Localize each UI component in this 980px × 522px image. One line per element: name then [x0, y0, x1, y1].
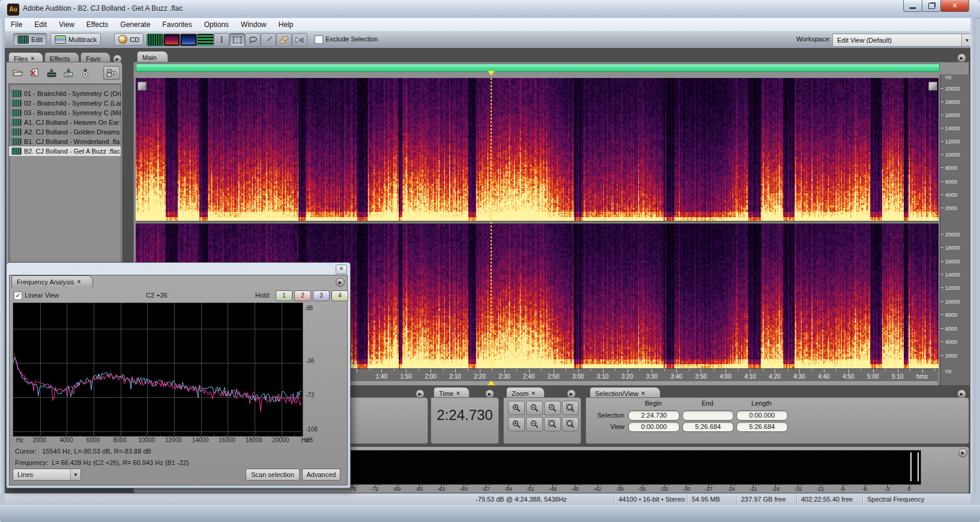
- zoom-in-vertical[interactable]: [508, 417, 525, 431]
- restore-button[interactable]: [922, 0, 941, 12]
- file-item[interactable]: 03 - Brainchild - Symmetry C (Mik: [9, 108, 121, 118]
- multitrack-view-button[interactable]: Multitrack: [50, 33, 101, 46]
- horizontal-navigation-bar[interactable]: [136, 64, 940, 72]
- tab-close-icon[interactable]: ×: [456, 390, 460, 397]
- spectral-phase-view-button[interactable]: [197, 34, 214, 46]
- menu-window[interactable]: Window: [235, 18, 273, 31]
- selection-length-field[interactable]: 0:00.000: [736, 410, 788, 421]
- file-item[interactable]: A2. CJ Bolland - Golden Dreams: [9, 127, 121, 137]
- file-item[interactable]: 01 - Brainchild - Symmetry C (Orig: [9, 89, 121, 98]
- zoom-selection-right-edge[interactable]: [562, 417, 579, 431]
- zoom-out-full[interactable]: [544, 401, 561, 415]
- transport-panel-menu-button[interactable]: ▶: [416, 389, 425, 398]
- advanced-button[interactable]: Advanced: [302, 469, 340, 481]
- x-axis-label: 6000: [86, 437, 100, 443]
- exclude-selection-checkbox[interactable]: [315, 35, 323, 44]
- menu-help[interactable]: Help: [273, 18, 300, 31]
- meter-scale-label: -66: [415, 486, 423, 492]
- effects-paintbrush-tool[interactable]: [261, 33, 276, 47]
- insert-into-cd-icon[interactable]: [78, 66, 92, 79]
- lasso-icon: [249, 36, 258, 44]
- minimize-button[interactable]: [903, 0, 922, 12]
- import-file-icon[interactable]: [44, 66, 59, 79]
- frequency-analysis-canvas[interactable]: [13, 303, 301, 435]
- meter-panel-menu-button[interactable]: ▶: [958, 448, 967, 457]
- timeline-label: 5:00: [867, 373, 879, 380]
- lasso-selection-tool[interactable]: [245, 33, 261, 47]
- playhead-marker-top[interactable]: [488, 71, 495, 76]
- time-display[interactable]: 2:24.730: [431, 407, 499, 424]
- file-item[interactable]: 02 - Brainchild - Symmetry C (Lan: [9, 98, 121, 108]
- spectral-pan-view-button[interactable]: [180, 34, 197, 46]
- workspace-dropdown[interactable]: Edit View (Default) ▼: [832, 34, 973, 47]
- time-selection-tool[interactable]: I: [214, 33, 229, 47]
- tab-main[interactable]: Main: [137, 51, 168, 63]
- frequency-analysis-plot[interactable]: [13, 302, 303, 437]
- tab-close-icon[interactable]: ×: [641, 390, 645, 397]
- menu-effects[interactable]: Effects: [80, 18, 114, 31]
- menu-edit[interactable]: Edit: [28, 18, 53, 31]
- x-axis-label: 10000: [138, 437, 155, 443]
- frequency-analysis-menu-button[interactable]: ▶: [336, 278, 345, 287]
- tab-close-icon[interactable]: ×: [31, 55, 34, 62]
- main-panel-menu-button[interactable]: ▶: [957, 53, 966, 62]
- hold-button-1[interactable]: 1: [276, 290, 292, 301]
- zoom-out-vertical[interactable]: [526, 417, 543, 431]
- view-length-field[interactable]: 5:26.684: [736, 422, 788, 432]
- menu-view[interactable]: View: [53, 18, 80, 31]
- edit-view-button[interactable]: Edit: [13, 33, 47, 46]
- frequency-ruler[interactable]: Hz20000180001600014000120001000080006000…: [940, 74, 970, 385]
- frequency-analysis-window[interactable]: ✕ Frequency Analysis× ▶ ✓ Linear View C2…: [6, 262, 351, 488]
- zoom-selection-left-edge[interactable]: [544, 417, 561, 431]
- timeline-unit-label: hms: [916, 373, 928, 380]
- vertical-zoom-handle-right[interactable]: [928, 82, 937, 91]
- hold-button-4[interactable]: 4: [331, 290, 348, 301]
- playhead-cursor[interactable]: [491, 78, 492, 368]
- window-frame-right: [970, 18, 975, 493]
- cd-view-button[interactable]: CD: [114, 33, 144, 46]
- selection-begin-field[interactable]: 2:24.730: [628, 410, 680, 421]
- hold-button-3[interactable]: 3: [313, 290, 330, 301]
- open-file-icon[interactable]: [11, 66, 25, 79]
- insert-into-multitrack-icon[interactable]: [61, 66, 76, 79]
- file-item[interactable]: B2. CJ Bolland - Get A Buzz .flac: [9, 146, 121, 156]
- file-item[interactable]: B1. CJ Bolland - Wonderland .fla: [9, 137, 121, 146]
- selection-end-field[interactable]: [682, 410, 734, 421]
- file-item-label: B1. CJ Bolland - Wonderland .fla: [24, 138, 119, 145]
- spectral-frequency-view-button[interactable]: [163, 34, 180, 46]
- close-button[interactable]: ✕: [940, 0, 969, 12]
- menu-options[interactable]: Options: [198, 18, 235, 31]
- scan-selection-button[interactable]: Scan selection: [246, 469, 300, 481]
- meter-scale-label: -3: [885, 486, 889, 492]
- zoom-to-selection[interactable]: [562, 401, 579, 415]
- frequency-readout: Frequency: L= 66.428 Hz (C2 +26), R= 60.…: [15, 459, 189, 466]
- file-item[interactable]: A1. CJ Bolland - Heaven On Ear: [9, 118, 121, 127]
- zoom-out-horizontal[interactable]: [526, 401, 543, 415]
- waveform-view-button[interactable]: [147, 34, 163, 46]
- menu-favorites[interactable]: Favorites: [156, 18, 198, 31]
- view-end-field[interactable]: 5:26.684: [682, 422, 734, 432]
- frequency-analysis-close-button[interactable]: ✕: [336, 265, 347, 274]
- view-begin-field[interactable]: 0:00.000: [628, 422, 680, 432]
- file-item-label: B2. CJ Bolland - Get A Buzz .flac: [24, 148, 120, 155]
- spot-healing-brush-tool[interactable]: [276, 33, 292, 47]
- marquee-selection-tool[interactable]: [229, 33, 245, 47]
- zoom-in-horizontal[interactable]: [508, 401, 525, 415]
- display-mode-dropdown[interactable]: Lines ▼: [13, 469, 81, 481]
- vertical-zoom-handle-left[interactable]: [138, 82, 147, 91]
- show-options-toggle[interactable]: [103, 66, 120, 80]
- linear-view-checkbox[interactable]: ✓: [14, 292, 22, 300]
- title-bar[interactable]: Au Adobe Audition - B2. CJ Bolland - Get…: [0, 0, 980, 19]
- meter-scale-label: -57: [482, 486, 490, 492]
- hold-button-2[interactable]: 2: [294, 290, 311, 301]
- tab-close-icon[interactable]: ×: [77, 278, 80, 285]
- restore-icon: [928, 3, 935, 9]
- scrub-tool[interactable]: [292, 33, 307, 47]
- tab-frequency-analysis[interactable]: Frequency Analysis×: [11, 275, 93, 287]
- close-file-icon[interactable]: [28, 66, 42, 79]
- menu-file[interactable]: File: [5, 18, 28, 31]
- playhead-marker-bottom[interactable]: [488, 380, 495, 385]
- application-window: Au Adobe Audition - B2. CJ Bolland - Get…: [0, 0, 980, 522]
- tab-close-icon[interactable]: ×: [531, 390, 535, 397]
- menu-generate[interactable]: Generate: [114, 18, 156, 31]
